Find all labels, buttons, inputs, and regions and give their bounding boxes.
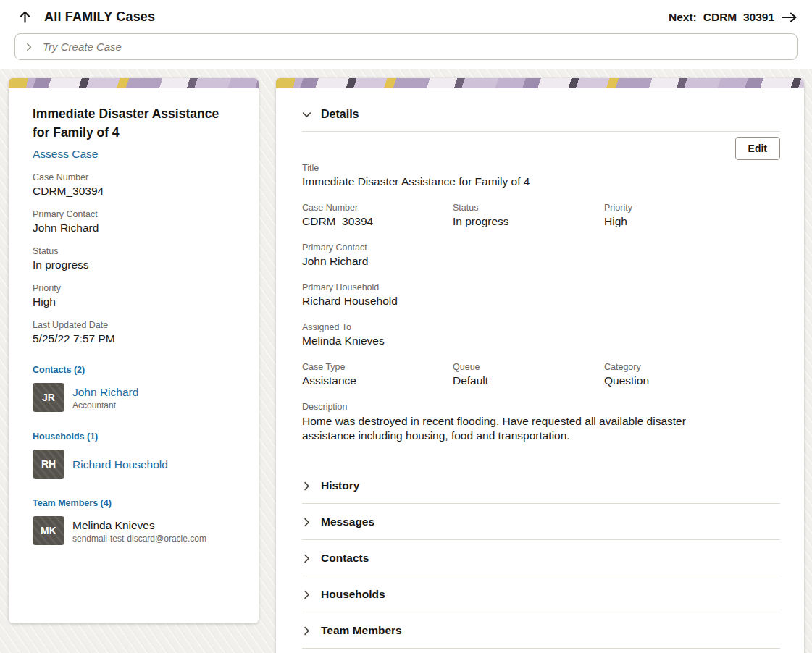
chevron-right-icon <box>302 481 311 491</box>
field-value: In progress <box>453 215 604 228</box>
team-member-list-item: MK Melinda Knieves sendmail-test-discard… <box>33 516 237 545</box>
field-value: Assistance <box>302 374 453 387</box>
team-members-group-header[interactable]: Team Members (4) <box>33 498 237 508</box>
details-field-assigned-to: Assigned To Melinda Knieves <box>302 322 780 347</box>
field-value: Default <box>453 374 604 387</box>
contacts-group-header[interactable]: Contacts (2) <box>33 365 237 375</box>
section-households-label: Households <box>321 588 385 601</box>
primary-household-link[interactable]: Richard Household <box>302 295 398 307</box>
primary-contact-link[interactable]: John Richard <box>302 255 368 267</box>
field-label: Last Updated Date <box>33 320 237 330</box>
section-contacts-toggle[interactable]: Contacts <box>302 540 780 576</box>
section-contacts-label: Contacts <box>321 552 369 565</box>
summary-field-priority: Priority High <box>33 283 237 308</box>
household-name-link[interactable]: Richard Household <box>72 458 168 471</box>
contact-name-link[interactable]: John Richard <box>72 386 138 398</box>
summary-field-case-number: Case Number CDRM_30394 <box>33 172 237 198</box>
case-title: Immediate Disaster Assistance for Family… <box>33 104 237 142</box>
page-title: All FAMILY Cases <box>44 9 155 25</box>
field-value: High <box>33 295 56 308</box>
field-label: Description <box>302 402 780 412</box>
chevron-right-icon <box>25 43 33 51</box>
section-details-label: Details <box>321 108 359 121</box>
divider <box>302 131 780 132</box>
section-history-toggle[interactable]: History <box>302 468 780 503</box>
chevron-right-icon <box>302 590 311 599</box>
field-label: Assigned To <box>302 322 780 332</box>
chevron-down-icon <box>302 110 311 119</box>
field-label: Title <box>302 163 780 173</box>
details-field-case-type: Case Type Assistance <box>302 362 453 387</box>
details-field-description: Description Home was destroyed in recent… <box>302 402 780 443</box>
households-group-header[interactable]: Households (1) <box>33 431 237 442</box>
app-window: All FAMILY Cases Next: CDRM_30391 Try Cr… <box>0 0 812 653</box>
chevron-right-icon <box>302 554 311 563</box>
header: All FAMILY Cases Next: CDRM_30391 <box>0 0 812 32</box>
field-label: Primary Household <box>302 282 780 292</box>
field-label: Category <box>604 362 780 372</box>
details-field-queue: Queue Default <box>453 362 604 387</box>
details-field-priority: Priority High <box>604 203 780 228</box>
section-history-label: History <box>321 479 359 492</box>
section-messages-toggle[interactable]: Messages <box>302 504 780 539</box>
details-field-case-number: Case Number CDRM_30394 <box>302 203 453 228</box>
summary-field-primary-contact: Primary Contact John Richard <box>33 209 237 235</box>
field-label: Primary Contact <box>302 243 780 253</box>
field-value: In progress <box>33 258 89 271</box>
field-value: Home was destroyed in recent flooding. H… <box>302 414 711 443</box>
section-team-members-toggle[interactable]: Team Members <box>302 612 780 648</box>
field-label: Status <box>33 246 237 256</box>
field-value: Melinda Knieves <box>302 334 780 347</box>
field-label: Case Type <box>302 362 453 372</box>
try-create-case-bar[interactable]: Try Create Case <box>14 33 798 60</box>
next-arrow-icon[interactable] <box>781 12 798 23</box>
field-value: Question <box>604 374 780 387</box>
field-label: Case Number <box>302 203 453 213</box>
field-label: Priority <box>604 203 780 213</box>
chevron-right-icon <box>302 626 311 636</box>
section-details-toggle[interactable]: Details <box>302 108 780 121</box>
primary-contact-link[interactable]: John Richard <box>33 222 99 234</box>
field-value: CDRM_30394 <box>302 215 453 228</box>
section-team-members-label: Team Members <box>321 624 402 637</box>
next-case-id: CDRM_30391 <box>703 11 774 24</box>
section-messages-label: Messages <box>321 515 374 528</box>
chevron-right-icon <box>302 518 311 527</box>
summary-field-status: Status In progress <box>33 246 237 271</box>
details-field-category: Category Question <box>604 362 780 387</box>
avatar: MK <box>33 516 64 545</box>
details-field-primary-household: Primary Household Richard Household <box>302 282 780 308</box>
case-details-card: Details Edit Title Immediate Disaster As… <box>276 78 804 653</box>
avatar: RH <box>33 450 64 479</box>
section-households-toggle[interactable]: Households <box>302 576 780 612</box>
field-label: Primary Contact <box>33 209 237 219</box>
case-summary-card: Immediate Disaster Assistance for Family… <box>9 78 259 623</box>
main-content: Immediate Disaster Assistance for Family… <box>0 69 812 653</box>
field-value: Immediate Disaster Assistance for Family… <box>302 175 780 188</box>
field-value: High <box>604 215 780 228</box>
contact-list-item: JR John Richard Accountant <box>33 383 237 412</box>
next-label: Next: <box>669 11 697 24</box>
field-label: Status <box>453 203 604 213</box>
summary-field-last-updated: Last Updated Date 5/25/22 7:57 PM <box>33 320 237 345</box>
details-field-status: Status In progress <box>453 203 604 228</box>
edit-button[interactable]: Edit <box>735 137 780 160</box>
avatar: JR <box>33 383 64 412</box>
details-field-primary-contact: Primary Contact John Richard <box>302 243 780 268</box>
back-up-arrow-icon[interactable] <box>17 9 33 25</box>
team-member-name: Melinda Knieves <box>72 518 206 532</box>
try-create-case-label: Try Create Case <box>43 41 122 53</box>
contact-subtitle: Accountant <box>72 400 138 410</box>
field-label: Priority <box>33 283 237 293</box>
create-case-region: Try Create Case <box>0 32 812 69</box>
household-list-item: RH Richard Household <box>33 450 237 479</box>
next-case-nav[interactable]: Next: CDRM_30391 <box>669 11 798 24</box>
details-field-title: Title Immediate Disaster Assistance for … <box>302 163 780 188</box>
divider <box>302 648 780 649</box>
decorative-banner <box>276 78 804 88</box>
assess-case-link[interactable]: Assess Case <box>33 148 98 161</box>
field-label: Case Number <box>33 172 237 182</box>
collapsed-sections: History Messages Contacts <box>302 468 780 649</box>
field-value: CDRM_30394 <box>33 185 104 197</box>
team-member-email: sendmail-test-discard@oracle.com <box>72 534 206 544</box>
